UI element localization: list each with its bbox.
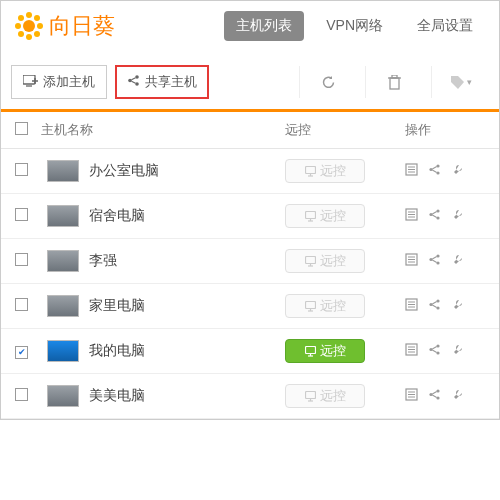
svg-point-7 (18, 31, 24, 37)
svg-point-13 (128, 79, 132, 83)
table-row: 家里电脑远控 (1, 284, 499, 329)
svg-line-67 (432, 302, 436, 304)
nav-settings[interactable]: 全局设置 (405, 11, 485, 41)
row-checkbox[interactable]: ✔ (15, 346, 28, 359)
sunflower-icon (15, 12, 43, 40)
wrench-icon[interactable] (451, 253, 464, 269)
host-thumbnail (47, 295, 79, 317)
toolbar: 添加主机 共享主机 ▾ (1, 51, 499, 109)
monitor-plus-icon (23, 75, 38, 90)
share-icon[interactable] (428, 388, 441, 404)
logo: 向日葵 (15, 11, 115, 41)
add-host-button[interactable]: 添加主机 (11, 65, 107, 99)
detail-icon[interactable] (405, 343, 418, 359)
monitor-icon (305, 346, 316, 357)
detail-icon[interactable] (405, 208, 418, 224)
svg-rect-57 (305, 301, 315, 308)
col-name: 主机名称 (41, 121, 285, 139)
remote-control-button: 远控 (285, 384, 365, 408)
table-row: 办公室电脑远控 (1, 149, 499, 194)
svg-point-0 (23, 20, 35, 32)
row-checkbox[interactable] (15, 298, 28, 311)
svg-rect-69 (305, 346, 315, 353)
remote-control-button: 远控 (285, 159, 365, 183)
nav-hosts[interactable]: 主机列表 (224, 11, 304, 41)
share-icon[interactable] (428, 253, 441, 269)
svg-line-16 (132, 78, 136, 80)
share-host-label: 共享主机 (145, 73, 197, 91)
svg-line-31 (432, 167, 436, 169)
remote-control-button: 远控 (285, 249, 365, 273)
detail-icon[interactable] (405, 163, 418, 179)
remote-control-button: 远控 (285, 204, 365, 228)
host-list: 办公室电脑远控宿舍电脑远控李强远控家里电脑远控✔我的电脑远控美美电脑远控 (1, 149, 499, 419)
row-checkbox[interactable] (15, 388, 28, 401)
svg-rect-20 (392, 75, 397, 78)
monitor-icon (305, 256, 316, 267)
header: 向日葵 主机列表 VPN网络 全局设置 (1, 1, 499, 51)
host-thumbnail (47, 250, 79, 272)
wrench-icon[interactable] (451, 208, 464, 224)
remote-control-button[interactable]: 远控 (285, 339, 365, 363)
host-thumbnail (47, 160, 79, 182)
table-header: 主机名称 远控 操作 (1, 112, 499, 149)
host-name: 宿舍电脑 (89, 207, 285, 225)
share-icon[interactable] (428, 343, 441, 359)
monitor-icon (305, 211, 316, 222)
svg-point-14 (135, 75, 139, 79)
svg-line-43 (432, 212, 436, 214)
share-host-button[interactable]: 共享主机 (115, 65, 209, 99)
detail-icon[interactable] (405, 298, 418, 314)
host-name: 家里电脑 (89, 297, 285, 315)
wrench-icon[interactable] (451, 298, 464, 314)
detail-icon[interactable] (405, 388, 418, 404)
svg-line-32 (432, 170, 436, 172)
svg-rect-33 (305, 211, 315, 218)
host-thumbnail (47, 205, 79, 227)
row-checkbox[interactable] (15, 163, 28, 176)
svg-rect-45 (305, 256, 315, 263)
svg-point-6 (34, 15, 40, 21)
monitor-icon (305, 301, 316, 312)
refresh-button[interactable] (299, 66, 357, 98)
share-icon[interactable] (428, 163, 441, 179)
share-icon[interactable] (428, 208, 441, 224)
delete-button[interactable] (365, 66, 423, 98)
monitor-icon (305, 391, 316, 402)
tag-button[interactable]: ▾ (431, 66, 489, 98)
app-window: 向日葵 主机列表 VPN网络 全局设置 添加主机 共享主机 ▾ (0, 0, 500, 420)
svg-point-2 (26, 34, 32, 40)
svg-point-5 (18, 15, 24, 21)
table-row: 李强远控 (1, 239, 499, 284)
table-row: 宿舍电脑远控 (1, 194, 499, 239)
host-thumbnail (47, 340, 79, 362)
svg-point-15 (135, 82, 139, 86)
svg-rect-9 (23, 75, 35, 84)
svg-rect-18 (390, 78, 399, 89)
svg-line-91 (432, 392, 436, 394)
svg-line-56 (432, 260, 436, 262)
row-checkbox[interactable] (15, 253, 28, 266)
svg-point-8 (34, 31, 40, 37)
wrench-icon[interactable] (451, 388, 464, 404)
host-name: 美美电脑 (89, 387, 285, 405)
nav-vpn[interactable]: VPN网络 (314, 11, 395, 41)
host-name: 办公室电脑 (89, 162, 285, 180)
wrench-icon[interactable] (451, 343, 464, 359)
svg-line-17 (132, 81, 136, 83)
wrench-icon[interactable] (451, 163, 464, 179)
table-row: ✔我的电脑远控 (1, 329, 499, 374)
remote-control-button: 远控 (285, 294, 365, 318)
row-checkbox[interactable] (15, 208, 28, 221)
svg-rect-21 (305, 166, 315, 173)
col-remote: 远控 (285, 121, 405, 139)
add-host-label: 添加主机 (43, 73, 95, 91)
share-icon[interactable] (428, 298, 441, 314)
host-name: 我的电脑 (89, 342, 285, 360)
svg-line-79 (432, 347, 436, 349)
svg-line-80 (432, 350, 436, 352)
select-all-checkbox[interactable] (15, 122, 28, 135)
svg-point-3 (15, 23, 21, 29)
detail-icon[interactable] (405, 253, 418, 269)
chevron-down-icon: ▾ (467, 77, 472, 87)
